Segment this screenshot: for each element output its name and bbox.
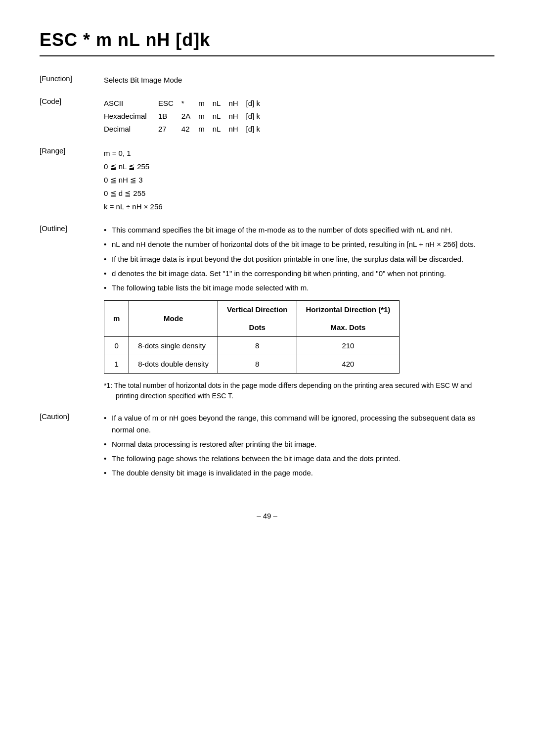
table-cell: [d] k [246, 123, 268, 136]
list-item: If a value of m or nH goes beyond the ra… [104, 412, 494, 435]
table-cell: nL [213, 123, 229, 136]
table-cell: 8 [218, 337, 297, 355]
list-item: nL and nH denote the number of horizonta… [104, 238, 494, 250]
list-item: This command specifies the bit image of … [104, 224, 494, 236]
table-cell: [d] k [246, 110, 268, 123]
range-line: 0 ≦ d ≦ 255 [104, 187, 494, 200]
bit-table-body: 08-dots single density821018-dots double… [104, 337, 400, 374]
code-content: ASCIIESC*mnLnH[d] kHexadecimal1B2AmnLnH[… [104, 97, 494, 136]
table-cell: 1B [158, 110, 181, 123]
outline-bullets-list: This command specifies the bit image of … [104, 224, 494, 293]
table-cell: * [181, 97, 198, 110]
table-cell: Decimal [104, 123, 158, 136]
col-vert-sub-header: Dots [218, 319, 297, 337]
col-vert-header: Vertical Direction [218, 301, 297, 319]
caution-section: [Caution] If a value of m or nH goes bey… [40, 412, 494, 481]
table-cell: nH [228, 110, 246, 123]
table-row: 18-dots double density8420 [104, 355, 400, 374]
table-cell: ESC [158, 97, 181, 110]
range-content: m = 0, 10 ≦ nL ≦ 2550 ≦ nH ≦ 30 ≦ d ≦ 25… [104, 146, 494, 213]
range-line: m = 0, 1 [104, 146, 494, 160]
list-item: Normal data processing is restored after… [104, 438, 494, 450]
col-mode-header: Mode [129, 301, 218, 337]
table-cell: 27 [158, 123, 181, 136]
table-cell: 42 [181, 123, 198, 136]
table-footnote: *1: The total number of horizontal dots … [104, 380, 494, 401]
table-row: ASCIIESC*mnLnH[d] k [104, 97, 268, 110]
table-row: Hexadecimal1B2AmnLnH[d] k [104, 110, 268, 123]
table-cell: 8 [218, 355, 297, 374]
table-cell: 8-dots double density [129, 355, 218, 374]
range-line: 0 ≦ nH ≦ 3 [104, 173, 494, 187]
function-label: [Function] [40, 74, 104, 83]
col-horiz-header: Horizontal Direction (*1) [297, 301, 400, 319]
table-cell: ASCII [104, 97, 158, 110]
bit-image-table: m Mode Vertical Direction Horizontal Dir… [104, 300, 400, 374]
table-cell: [d] k [246, 97, 268, 110]
table-cell: nL [213, 97, 229, 110]
table-row: 08-dots single density8210 [104, 337, 400, 355]
col-horiz-sub-header: Max. Dots [297, 319, 400, 337]
table-cell: 0 [104, 337, 129, 355]
list-item: d denotes the bit image data. Set "1" in… [104, 268, 494, 279]
table-cell: m [198, 110, 213, 123]
table-cell: 210 [297, 337, 400, 355]
code-section: [Code] ASCIIESC*mnLnH[d] kHexadecimal1B2… [40, 97, 494, 136]
function-content: Selects Bit Image Mode [104, 74, 494, 86]
list-item: The following page shows the relations b… [104, 453, 494, 464]
table-cell: nH [228, 123, 246, 136]
function-section: [Function] Selects Bit Image Mode [40, 74, 494, 86]
range-section: [Range] m = 0, 10 ≦ nL ≦ 2550 ≦ nH ≦ 30 … [40, 146, 494, 213]
outline-label: [Outline] [40, 224, 104, 233]
table-cell: nH [228, 97, 246, 110]
list-item: If the bit image data is input beyond th… [104, 253, 494, 265]
table-cell: 2A [181, 110, 198, 123]
range-line: 0 ≦ nL ≦ 255 [104, 160, 494, 173]
list-item: The following table lists the bit image … [104, 282, 494, 293]
caution-label: [Caution] [40, 412, 104, 421]
table-header-top: m Mode Vertical Direction Horizontal Dir… [104, 301, 400, 319]
table-cell: m [198, 97, 213, 110]
table-cell: 1 [104, 355, 129, 374]
page-number: – 49 – [40, 512, 494, 520]
col-m-header: m [104, 301, 129, 337]
table-cell: 420 [297, 355, 400, 374]
table-cell: 8-dots single density [129, 337, 218, 355]
table-cell: nL [213, 110, 229, 123]
caution-content: If a value of m or nH goes beyond the ra… [104, 412, 494, 481]
title-divider [40, 55, 494, 56]
range-line: k = nL ÷ nH × 256 [104, 200, 494, 213]
table-row: Decimal2742mnLnH[d] k [104, 123, 268, 136]
code-table: ASCIIESC*mnLnH[d] kHexadecimal1B2AmnLnH[… [104, 97, 268, 136]
code-label: [Code] [40, 97, 104, 105]
table-cell: m [198, 123, 213, 136]
caution-bullets-list: If a value of m or nH goes beyond the ra… [104, 412, 494, 478]
range-label: [Range] [40, 146, 104, 155]
outline-content: This command specifies the bit image of … [104, 224, 494, 401]
list-item: The double density bit image is invalida… [104, 467, 494, 478]
outline-section: [Outline] This command specifies the bit… [40, 224, 494, 401]
page-title: ESC * m nL nH [d]k [40, 30, 494, 50]
table-cell: Hexadecimal [104, 110, 158, 123]
